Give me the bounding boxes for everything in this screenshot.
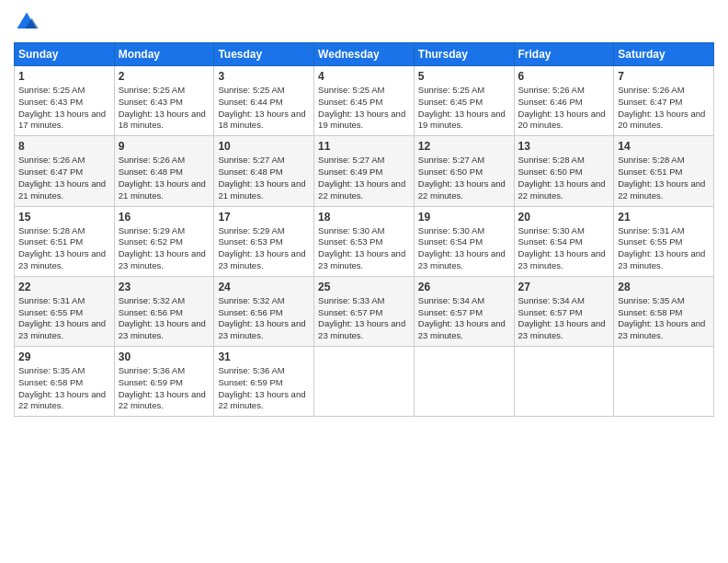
calendar-cell: 26 Sunrise: 5:34 AM Sunset: 6:57 PM Dayl… (414, 276, 514, 346)
calendar-cell: 10 Sunrise: 5:27 AM Sunset: 6:48 PM Dayl… (214, 136, 314, 206)
day-number: 31 (218, 350, 310, 363)
calendar-week-3: 15 Sunrise: 5:28 AM Sunset: 6:51 PM Dayl… (15, 206, 714, 276)
calendar-cell: 20 Sunrise: 5:30 AM Sunset: 6:54 PM Dayl… (514, 206, 614, 276)
calendar-cell: 6 Sunrise: 5:26 AM Sunset: 6:46 PM Dayli… (514, 66, 614, 136)
calendar-cell: 11 Sunrise: 5:27 AM Sunset: 6:49 PM Dayl… (314, 136, 415, 206)
calendar-week-5: 29 Sunrise: 5:35 AM Sunset: 6:58 PM Dayl… (15, 347, 714, 417)
day-info: Sunrise: 5:28 AM Sunset: 6:51 PM Dayligh… (18, 225, 110, 272)
day-info: Sunrise: 5:25 AM Sunset: 6:45 PM Dayligh… (418, 85, 510, 132)
page-header (14, 9, 714, 35)
day-number: 29 (18, 350, 110, 363)
logo-icon (14, 9, 40, 35)
day-number: 3 (218, 70, 310, 83)
day-info: Sunrise: 5:34 AM Sunset: 6:57 PM Dayligh… (518, 295, 610, 342)
day-number: 25 (318, 281, 410, 293)
day-info: Sunrise: 5:33 AM Sunset: 6:57 PM Dayligh… (318, 295, 410, 342)
day-info: Sunrise: 5:26 AM Sunset: 6:48 PM Dayligh… (119, 155, 210, 201)
calendar-cell: 8 Sunrise: 5:26 AM Sunset: 6:47 PM Dayli… (15, 136, 115, 206)
weekday-header-sunday: Sunday (15, 43, 115, 66)
calendar-cell: 7 Sunrise: 5:26 AM Sunset: 6:47 PM Dayli… (614, 66, 714, 136)
calendar-cell (314, 347, 415, 417)
calendar-cell: 23 Sunrise: 5:32 AM Sunset: 6:56 PM Dayl… (114, 276, 214, 346)
weekday-header-tuesday: Tuesday (214, 43, 314, 66)
weekday-header-row: SundayMondayTuesdayWednesdayThursdayFrid… (15, 43, 714, 66)
logo (14, 9, 41, 35)
day-info: Sunrise: 5:30 AM Sunset: 6:54 PM Dayligh… (418, 225, 510, 272)
day-number: 4 (318, 70, 410, 83)
day-number: 30 (119, 350, 210, 363)
day-number: 16 (119, 211, 210, 224)
day-number: 18 (318, 211, 410, 224)
day-number: 23 (119, 281, 210, 293)
calendar-cell (614, 347, 714, 417)
day-info: Sunrise: 5:25 AM Sunset: 6:43 PM Dayligh… (18, 85, 110, 132)
day-info: Sunrise: 5:29 AM Sunset: 6:53 PM Dayligh… (218, 225, 310, 272)
day-number: 10 (218, 140, 310, 153)
day-number: 24 (218, 281, 310, 293)
calendar-cell: 24 Sunrise: 5:32 AM Sunset: 6:56 PM Dayl… (214, 276, 314, 346)
calendar-cell (414, 347, 514, 417)
weekday-header-wednesday: Wednesday (314, 43, 415, 66)
weekday-header-thursday: Thursday (414, 43, 514, 66)
calendar-cell: 27 Sunrise: 5:34 AM Sunset: 6:57 PM Dayl… (514, 276, 614, 346)
calendar-cell: 19 Sunrise: 5:30 AM Sunset: 6:54 PM Dayl… (414, 206, 514, 276)
day-number: 1 (18, 70, 110, 83)
calendar-week-2: 8 Sunrise: 5:26 AM Sunset: 6:47 PM Dayli… (15, 136, 714, 206)
day-info: Sunrise: 5:27 AM Sunset: 6:49 PM Dayligh… (318, 155, 410, 201)
calendar-cell: 9 Sunrise: 5:26 AM Sunset: 6:48 PM Dayli… (114, 136, 214, 206)
day-number: 15 (18, 211, 110, 224)
day-number: 14 (618, 140, 710, 153)
day-number: 5 (418, 70, 510, 83)
calendar-cell: 28 Sunrise: 5:35 AM Sunset: 6:58 PM Dayl… (614, 276, 714, 346)
day-number: 21 (618, 211, 710, 224)
day-info: Sunrise: 5:35 AM Sunset: 6:58 PM Dayligh… (18, 365, 110, 412)
calendar-cell (514, 347, 614, 417)
day-info: Sunrise: 5:27 AM Sunset: 6:50 PM Dayligh… (418, 155, 510, 201)
day-info: Sunrise: 5:26 AM Sunset: 6:46 PM Dayligh… (518, 85, 610, 132)
calendar-cell: 12 Sunrise: 5:27 AM Sunset: 6:50 PM Dayl… (414, 136, 514, 206)
day-info: Sunrise: 5:32 AM Sunset: 6:56 PM Dayligh… (119, 295, 210, 342)
day-info: Sunrise: 5:32 AM Sunset: 6:56 PM Dayligh… (218, 295, 310, 342)
day-info: Sunrise: 5:36 AM Sunset: 6:59 PM Dayligh… (119, 365, 210, 412)
calendar-cell: 2 Sunrise: 5:25 AM Sunset: 6:43 PM Dayli… (114, 66, 214, 136)
calendar-cell: 22 Sunrise: 5:31 AM Sunset: 6:55 PM Dayl… (15, 276, 115, 346)
day-info: Sunrise: 5:25 AM Sunset: 6:44 PM Dayligh… (218, 85, 310, 132)
day-number: 12 (418, 140, 510, 153)
calendar-cell: 14 Sunrise: 5:28 AM Sunset: 6:51 PM Dayl… (614, 136, 714, 206)
day-number: 28 (618, 281, 710, 293)
calendar-cell: 21 Sunrise: 5:31 AM Sunset: 6:55 PM Dayl… (614, 206, 714, 276)
calendar-cell: 1 Sunrise: 5:25 AM Sunset: 6:43 PM Dayli… (15, 66, 115, 136)
day-number: 20 (518, 211, 610, 224)
calendar-cell: 4 Sunrise: 5:25 AM Sunset: 6:45 PM Dayli… (314, 66, 415, 136)
calendar-cell: 16 Sunrise: 5:29 AM Sunset: 6:52 PM Dayl… (114, 206, 214, 276)
calendar-cell: 3 Sunrise: 5:25 AM Sunset: 6:44 PM Dayli… (214, 66, 314, 136)
calendar-week-1: 1 Sunrise: 5:25 AM Sunset: 6:43 PM Dayli… (15, 66, 714, 136)
calendar-header: SundayMondayTuesdayWednesdayThursdayFrid… (15, 43, 714, 66)
day-info: Sunrise: 5:31 AM Sunset: 6:55 PM Dayligh… (618, 225, 710, 272)
calendar-cell: 31 Sunrise: 5:36 AM Sunset: 6:59 PM Dayl… (214, 347, 314, 417)
day-info: Sunrise: 5:25 AM Sunset: 6:45 PM Dayligh… (318, 85, 410, 132)
weekday-header-friday: Friday (514, 43, 614, 66)
day-info: Sunrise: 5:29 AM Sunset: 6:52 PM Dayligh… (119, 225, 210, 272)
day-number: 2 (119, 70, 210, 83)
day-info: Sunrise: 5:28 AM Sunset: 6:50 PM Dayligh… (518, 155, 610, 201)
day-number: 11 (318, 140, 410, 153)
calendar-week-4: 22 Sunrise: 5:31 AM Sunset: 6:55 PM Dayl… (15, 276, 714, 346)
calendar-cell: 5 Sunrise: 5:25 AM Sunset: 6:45 PM Dayli… (414, 66, 514, 136)
calendar-cell: 25 Sunrise: 5:33 AM Sunset: 6:57 PM Dayl… (314, 276, 415, 346)
day-number: 19 (418, 211, 510, 224)
day-info: Sunrise: 5:35 AM Sunset: 6:58 PM Dayligh… (618, 295, 710, 342)
calendar-cell: 29 Sunrise: 5:35 AM Sunset: 6:58 PM Dayl… (15, 347, 115, 417)
day-number: 26 (418, 281, 510, 293)
day-info: Sunrise: 5:31 AM Sunset: 6:55 PM Dayligh… (18, 295, 110, 342)
day-info: Sunrise: 5:30 AM Sunset: 6:53 PM Dayligh… (318, 225, 410, 272)
day-number: 17 (218, 211, 310, 224)
calendar-body: 1 Sunrise: 5:25 AM Sunset: 6:43 PM Dayli… (15, 66, 714, 417)
calendar-cell: 30 Sunrise: 5:36 AM Sunset: 6:59 PM Dayl… (114, 347, 214, 417)
day-info: Sunrise: 5:26 AM Sunset: 6:47 PM Dayligh… (18, 155, 110, 201)
day-info: Sunrise: 5:25 AM Sunset: 6:43 PM Dayligh… (119, 85, 210, 132)
day-info: Sunrise: 5:34 AM Sunset: 6:57 PM Dayligh… (418, 295, 510, 342)
calendar-cell: 18 Sunrise: 5:30 AM Sunset: 6:53 PM Dayl… (314, 206, 415, 276)
day-number: 7 (618, 70, 710, 83)
calendar-table: SundayMondayTuesdayWednesdayThursdayFrid… (14, 42, 714, 417)
